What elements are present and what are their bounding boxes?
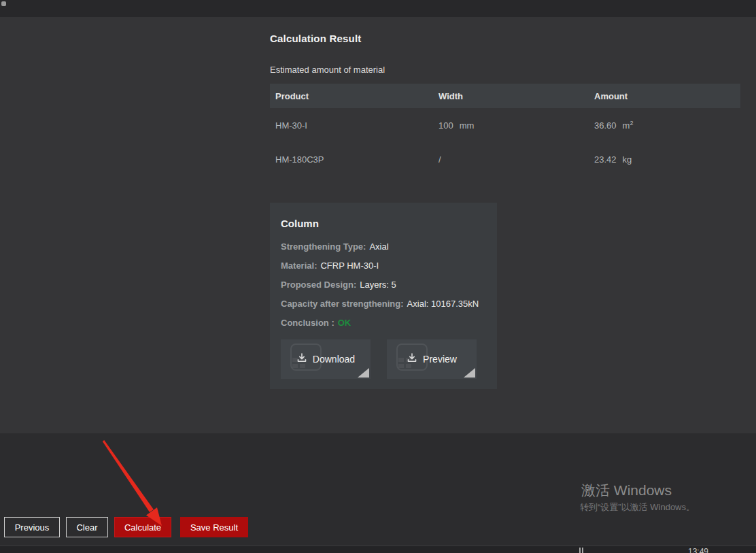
conclusion-ok-badge: OK: [338, 318, 351, 328]
table-row: HM-180C3P / 23.42kg: [270, 142, 740, 176]
field-capacity: Capacity after strengthening:Axial: 1016…: [281, 295, 486, 314]
width-cell: /: [433, 154, 589, 165]
preview-button[interactable]: Preview: [387, 339, 477, 379]
width-cell: 100mm: [433, 120, 589, 131]
table-header-product: Product: [270, 91, 433, 101]
card-title: Column: [281, 218, 486, 229]
table-header-width: Width: [433, 91, 589, 101]
clear-button[interactable]: Clear: [66, 517, 108, 537]
amount-cell: 36.60m2: [589, 120, 740, 131]
table-row: HM-30-I 100mm 36.60m2: [270, 108, 740, 142]
field-proposed-design: Proposed Design:Layers: 5: [281, 275, 486, 295]
product-cell: HM-30-I: [270, 120, 433, 131]
calculate-button[interactable]: Calculate: [114, 517, 171, 537]
page-title: Calculation Result: [270, 33, 361, 44]
field-conclusion: Conclusion :OK: [281, 314, 486, 333]
activate-windows-watermark-line2: 转到“设置”以激活 Windows。: [580, 501, 695, 514]
field-material: Material:CFRP HM-30-I: [281, 256, 486, 275]
previous-button[interactable]: Previous: [4, 517, 60, 537]
result-card: Column Strengthening Type:Axial Material…: [270, 203, 497, 389]
product-cell: HM-180C3P: [270, 154, 433, 165]
save-result-button[interactable]: Save Result: [180, 517, 248, 537]
taskbar-clock: 13:49: [688, 547, 708, 553]
section-label: Estimated amount of material: [270, 65, 385, 75]
download-button[interactable]: Download: [281, 339, 371, 379]
table-header-amount: Amount: [589, 91, 740, 101]
amount-cell: 23.42kg: [589, 154, 740, 165]
corner-triangle-icon: [358, 368, 369, 378]
download-icon: [296, 352, 307, 366]
preview-button-label: Preview: [423, 354, 457, 365]
window-artifact-dot: [1, 1, 6, 6]
footer-bar: 激活 Windows 转到“设置”以激活 Windows。 Previous C…: [0, 433, 756, 546]
content-area: Calculation Result Estimated amount of m…: [0, 17, 756, 433]
materials-table: Product Width Amount HM-30-I 100mm 36.60…: [270, 84, 740, 176]
corner-triangle-icon: [464, 368, 475, 378]
field-strengthening-type: Strengthening Type:Axial: [281, 237, 486, 256]
title-bar: [0, 0, 756, 17]
taskbar-sliver: 13:49: [0, 546, 756, 553]
table-header-row: Product Width Amount: [270, 84, 740, 108]
activate-windows-watermark-line1: 激活 Windows: [581, 481, 672, 500]
download-icon: [407, 352, 417, 366]
download-button-label: Download: [313, 354, 355, 365]
